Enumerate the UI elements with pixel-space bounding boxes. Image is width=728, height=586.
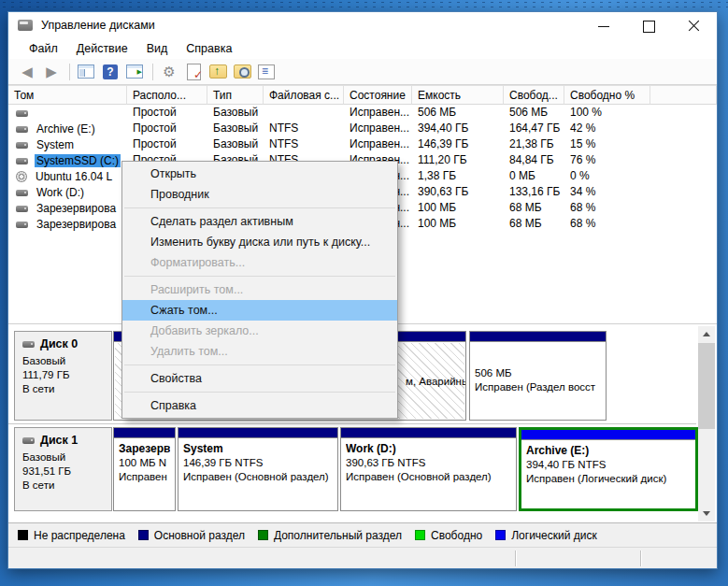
header-capacity[interactable]: Емкость — [412, 85, 504, 105]
header-free-pct[interactable]: Свободно % — [564, 85, 650, 105]
toolbar: ◀ ▶ ⚙ — [8, 59, 717, 85]
title-bar[interactable]: Управление дисками — [8, 12, 717, 38]
forward-icon[interactable]: ▶ — [40, 62, 63, 82]
menu-item-properties[interactable]: Свойства — [122, 368, 397, 389]
header-status[interactable]: Состояние — [344, 85, 412, 105]
menu-file[interactable]: Файл — [20, 40, 67, 57]
menu-action[interactable]: Действие — [67, 40, 137, 57]
folder-import-icon[interactable] — [207, 62, 229, 82]
cell-status: Исправен... — [344, 136, 412, 152]
header-filesystem[interactable]: Файловая с... — [264, 85, 344, 105]
legend-item: Логический диск — [495, 529, 597, 542]
cell-free: 133,16 ГБ — [504, 184, 564, 200]
partition-color-bar — [178, 428, 337, 438]
disk0-type: Базовый — [22, 354, 111, 368]
partition-recovery[interactable]: 506 МБ Исправен (Раздел восст — [469, 331, 607, 421]
action-pane-icon[interactable] — [123, 62, 146, 82]
partition-color-bar — [341, 428, 516, 438]
cell-type: Базовый — [207, 105, 264, 121]
menu-separator — [124, 364, 395, 365]
partition-status: Исправен (Логический диск) — [526, 472, 691, 486]
vertical-scrollbar[interactable] — [698, 326, 715, 522]
statusbar-divider — [640, 550, 641, 566]
menu-item-explorer[interactable]: Проводник — [122, 184, 397, 205]
cell-layout: Простой — [127, 105, 207, 121]
menu-item-shrink-volume[interactable]: Сжать том... — [122, 300, 397, 321]
cell-free-pct: 68 % — [564, 200, 650, 216]
cell-free: 84,84 ГБ — [504, 152, 564, 168]
volume-row[interactable]: Простой Базовый Исправен... 506 МБ 506 М… — [8, 105, 717, 121]
partition-work-d[interactable]: Work (D:) 390,63 ГБ NTFS Исправен (Основ… — [340, 427, 517, 511]
header-free[interactable]: Свобод... — [504, 85, 564, 105]
header-volume[interactable]: Том — [8, 85, 127, 105]
cell-free-pct: 15 % — [564, 136, 650, 152]
cell-capacity: 111,20 ГБ — [412, 152, 504, 168]
scrollbar-thumb[interactable] — [698, 343, 715, 429]
partition-status: Исправен — [119, 470, 170, 484]
menu-item-delete-volume: Удалить том... — [122, 341, 397, 362]
help-icon[interactable] — [99, 62, 121, 82]
partition-reserved[interactable]: Зарезерв 100 МБ N Исправен — [113, 427, 176, 511]
partition-name: Archive (E:) — [526, 444, 691, 458]
cell-capacity: 506 МБ — [412, 105, 504, 121]
partition-color-bar — [521, 430, 695, 440]
menu-separator — [124, 392, 395, 393]
console-tree-icon[interactable] — [75, 62, 97, 82]
close-button[interactable] — [672, 12, 717, 38]
cell-free-pct: 42 % — [564, 121, 650, 136]
wallpaper-dots — [0, 0, 728, 11]
folder-search-icon[interactable] — [231, 62, 253, 82]
cell-capacity: 394,40 ГБ — [412, 121, 504, 136]
header-filler — [650, 85, 717, 105]
cell-layout: Простой — [127, 121, 207, 136]
partition-status: Исправен (Раздел восст — [475, 380, 601, 394]
cell-fs: NTFS — [264, 121, 344, 136]
menu-item-help[interactable]: Справка — [122, 395, 397, 416]
partition-status: Исправен (Основной раздел) — [346, 470, 511, 484]
menu-view[interactable]: Вид — [137, 40, 178, 57]
disk1-info-panel[interactable]: Диск 1 Базовый 931,51 ГБ В сети — [14, 427, 112, 511]
drive-icon — [16, 142, 28, 149]
cell-capacity: 390,63 ГБ — [412, 184, 504, 200]
partition-color-bar — [470, 332, 606, 342]
disk-tool-icon[interactable]: ⚙ — [158, 62, 180, 82]
partition-name: System — [183, 442, 333, 456]
cell-status: Исправен... — [344, 105, 412, 121]
drive-icon — [16, 126, 28, 133]
menu-separator — [124, 207, 395, 208]
volume-row[interactable]: System Простой Базовый NTFS Исправен... … — [8, 136, 717, 152]
volume-name: Зарезервирова — [35, 218, 118, 231]
menu-item-change-letter[interactable]: Изменить букву диска или путь к диску... — [122, 232, 397, 252]
partition-archive-e[interactable]: Archive (E:) 394,40 ГБ NTFS Исправен (Ло… — [519, 427, 698, 511]
cell-type: Базовый — [207, 121, 264, 136]
back-icon[interactable]: ◀ — [16, 62, 38, 82]
desktop-background: Управление дисками Файл Действие Вид Спр… — [0, 0, 728, 586]
disk0-status: В сети — [22, 382, 111, 396]
cell-capacity: 100 МБ — [412, 200, 504, 216]
drive-icon — [16, 222, 28, 228]
partition-name: Зарезерв — [119, 442, 170, 456]
maximize-button[interactable] — [627, 12, 672, 38]
statusbar-divider — [515, 550, 516, 566]
scrollbar-up-icon[interactable] — [698, 326, 715, 342]
legend-item: Свободно — [415, 529, 482, 542]
menu-item-open[interactable]: Открыть — [122, 164, 397, 184]
header-layout[interactable]: Располо... — [127, 85, 207, 105]
scrollbar-down-icon[interactable] — [698, 506, 715, 522]
cell-free-pct: 34 % — [564, 184, 650, 200]
minimize-button[interactable] — [582, 12, 627, 38]
toolbar-separator — [69, 64, 70, 80]
check-document-icon[interactable] — [182, 62, 205, 82]
volume-name: Зарезервирова — [35, 202, 118, 215]
menu-item-mark-active[interactable]: Сделать раздел активным — [122, 211, 397, 232]
cell-free: 0 МБ — [504, 168, 564, 184]
disk1-size: 931,51 ГБ — [22, 465, 111, 479]
menu-item-extend-volume: Расширить том... — [122, 279, 397, 300]
menu-help[interactable]: Справка — [177, 40, 241, 57]
partition-system[interactable]: System 146,39 ГБ NTFS Исправен (Основной… — [178, 427, 338, 511]
cell-capacity: 146,39 ГБ — [412, 136, 504, 152]
volume-row[interactable]: Archive (E:) Простой Базовый NTFS Исправ… — [8, 121, 717, 136]
header-type[interactable]: Тип — [207, 85, 264, 105]
disk0-info-panel[interactable]: Диск 0 Базовый 111,79 ГБ В сети — [14, 331, 112, 421]
properties-icon[interactable] — [255, 62, 278, 82]
